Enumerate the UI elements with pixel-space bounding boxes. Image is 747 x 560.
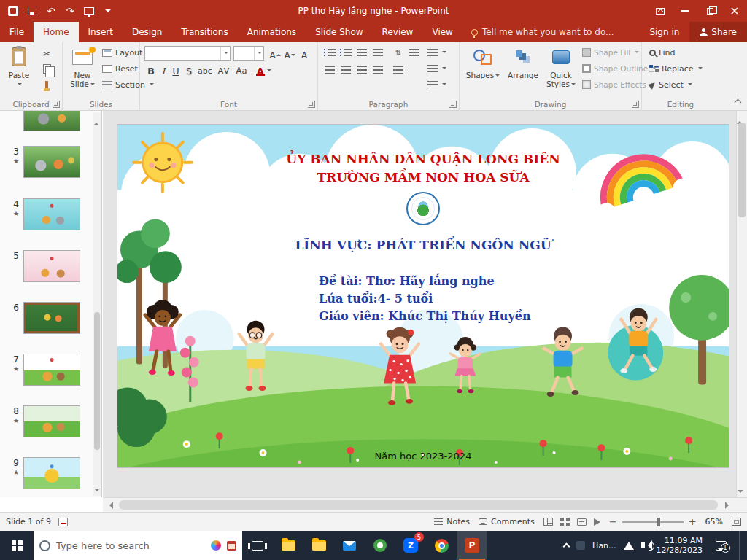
thumbnail-item-3[interactable]: 3★	[3, 146, 92, 179]
thumbnail-item-8[interactable]: 8★	[3, 405, 92, 439]
bullets-button[interactable]	[322, 46, 337, 60]
zoom-in-button[interactable]: +	[689, 518, 697, 526]
strikethrough-button[interactable]: abc	[197, 63, 213, 78]
font-color-button[interactable]: A	[255, 63, 271, 78]
underline-button[interactable]: U	[171, 63, 181, 78]
slide-sorter-view-button[interactable]	[560, 518, 570, 526]
justify-button[interactable]	[371, 63, 385, 77]
change-case-button[interactable]: Aa	[235, 63, 248, 78]
documents-folder-button[interactable]	[303, 531, 334, 560]
slide-school-year[interactable]: Năm học 2023-2024	[117, 451, 729, 462]
tab-insert[interactable]: Insert	[79, 22, 123, 42]
slide-title-line1[interactable]: ỦY BAN NHÂN DÂN QUẬN LONG BIÊN	[117, 152, 729, 166]
decrease-font-size-button[interactable]: A	[283, 46, 296, 61]
tab-slide-show[interactable]: Slide Show	[306, 22, 372, 42]
text-direction-button[interactable]	[407, 46, 422, 60]
slide-show-button[interactable]	[594, 518, 600, 526]
tab-transitions[interactable]: Transitions	[171, 22, 237, 42]
show-hidden-icons-chevron[interactable]	[563, 543, 570, 551]
arrange-button[interactable]: Arrange	[505, 44, 541, 96]
slide-canvas[interactable]: ỦY BAN NHÂN DÂN QUẬN LONG BIÊN TRƯỜNG MẦ…	[117, 124, 729, 468]
ribbon-display-options-button[interactable]	[648, 0, 673, 22]
font-name-input[interactable]	[145, 47, 220, 59]
align-left-button[interactable]	[322, 63, 337, 77]
zoom-out-button[interactable]: −	[609, 518, 617, 526]
vertical-scrollbar[interactable]	[736, 111, 747, 497]
network-icon[interactable]	[624, 542, 634, 550]
close-button[interactable]: ×	[722, 0, 747, 22]
slide-details-block[interactable]: Đề tài: Thơ: Hãy lắng nghe Lứa tuổi:4- 5…	[319, 273, 531, 325]
action-center-button[interactable]: 1	[710, 531, 732, 560]
find-button[interactable]: Find	[649, 45, 676, 60]
copy-button[interactable]	[39, 62, 54, 76]
zalo-button[interactable]: Z 5	[395, 531, 426, 560]
columns-button[interactable]	[391, 63, 406, 77]
bold-button[interactable]: B	[146, 63, 156, 78]
thumbnail-item-2[interactable]	[3, 111, 92, 133]
task-view-button[interactable]	[242, 531, 273, 560]
thumbnail-item-7[interactable]: 7★	[3, 354, 92, 387]
new-slide-button[interactable]: New Slide	[64, 44, 101, 96]
clear-formatting-button[interactable]: A	[298, 46, 311, 61]
tab-view[interactable]: View	[422, 22, 462, 42]
start-from-beginning-button[interactable]	[80, 2, 98, 20]
thumbnail-panel-scrollbar[interactable]	[93, 112, 101, 496]
chrome-button[interactable]	[426, 531, 457, 560]
scrollbar-thumb[interactable]	[738, 122, 746, 217]
font-name-dropdown[interactable]	[220, 47, 230, 60]
school-logo[interactable]	[406, 192, 440, 225]
minimize-button[interactable]	[673, 0, 697, 22]
font-size-combo[interactable]	[233, 46, 264, 61]
horizontal-scrollbar[interactable]	[103, 497, 747, 512]
clipboard-dialog-launcher[interactable]	[53, 101, 60, 108]
comments-button[interactable]: Comments	[479, 517, 535, 526]
tab-review[interactable]: Review	[373, 22, 423, 42]
font-name-combo[interactable]	[144, 46, 231, 61]
slide-editor-area[interactable]: ỦY BAN NHÂN DÂN QUẬN LONG BIÊN TRƯỜNG MẦ…	[103, 111, 747, 497]
zoom-level[interactable]: 65%	[705, 517, 723, 526]
slide-field-heading[interactable]: LĨNH VỰC: PHÁT TRIỂN NGÔN NGỮ	[117, 238, 729, 252]
reading-view-button[interactable]	[577, 518, 587, 526]
tab-file[interactable]: File	[0, 22, 34, 42]
zoom-slider-thumb[interactable]	[657, 518, 660, 526]
scrollbar-thumb[interactable]	[119, 500, 718, 510]
powerpoint-taskbar-button[interactable]: P	[457, 531, 487, 560]
scroll-left-icon[interactable]	[106, 502, 113, 509]
align-right-button[interactable]	[355, 63, 369, 77]
tell-me-box[interactable]: Tell me what you want to do...	[462, 22, 623, 42]
format-painter-button[interactable]	[39, 77, 54, 91]
collapse-ribbon-button[interactable]	[735, 98, 741, 104]
notes-button[interactable]: Notes	[434, 517, 470, 526]
font-dialog-launcher[interactable]	[308, 101, 315, 108]
restore-button[interactable]	[697, 0, 722, 22]
select-button[interactable]: Select	[649, 77, 692, 92]
tab-home[interactable]: Home	[34, 22, 78, 42]
scrollbar-thumb[interactable]	[94, 312, 100, 450]
coccoc-browser-button[interactable]	[365, 531, 395, 560]
search-input[interactable]	[56, 540, 205, 551]
normal-view-button[interactable]	[543, 518, 553, 526]
show-desktop-button[interactable]	[739, 531, 743, 560]
line-spacing-button[interactable]: ⇅	[391, 46, 406, 60]
shape-fill-button[interactable]: Shape Fill	[582, 45, 639, 60]
fit-slide-to-window-button[interactable]	[732, 518, 741, 526]
app-icon[interactable]	[4, 2, 22, 20]
zoom-slider[interactable]	[622, 521, 684, 523]
mail-button[interactable]	[334, 531, 365, 560]
drawing-dialog-launcher[interactable]	[632, 101, 639, 108]
redo-button[interactable]: ↷	[61, 2, 79, 20]
taskbar-search-box[interactable]	[34, 531, 242, 560]
thumbnail-item-6[interactable]: 6	[3, 302, 92, 335]
quick-styles-button[interactable]: Quick Styles	[543, 44, 579, 96]
slide-title-line2[interactable]: TRƯỜNG MẦM NON HOA SỮA	[117, 170, 729, 184]
tab-design[interactable]: Design	[123, 22, 171, 42]
thumbnail-item-4[interactable]: 4★	[3, 198, 92, 232]
volume-icon[interactable]	[641, 542, 645, 548]
save-button[interactable]	[23, 2, 41, 20]
reset-button[interactable]: Reset	[102, 61, 138, 76]
customize-qat-button[interactable]	[99, 2, 117, 20]
file-explorer-button[interactable]	[273, 531, 303, 560]
font-size-input[interactable]	[234, 47, 254, 59]
taskbar-clock[interactable]: 11:09 AM 12/28/2023	[657, 536, 703, 555]
align-text-button[interactable]	[427, 45, 446, 60]
